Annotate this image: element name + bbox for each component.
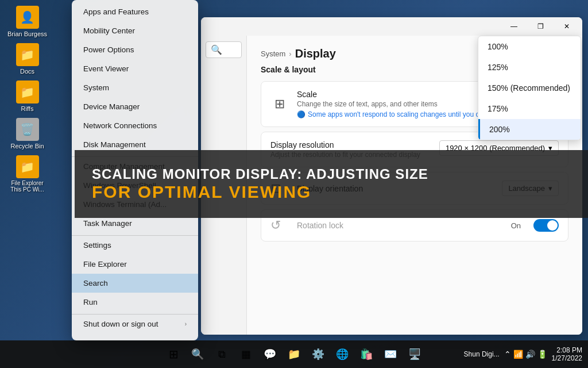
titlebar: — ❐ ✕ bbox=[201, 17, 582, 36]
search-icon: 🔍 bbox=[211, 44, 222, 55]
context-menu-item-run[interactable]: Run bbox=[72, 293, 198, 312]
info-icon: 🔵 bbox=[297, 110, 305, 118]
context-menu-item-settings[interactable]: Settings bbox=[72, 235, 198, 255]
taskbar-widgets[interactable]: ▦ bbox=[235, 344, 256, 365]
context-menu-item-fileexplorer[interactable]: File Explorer bbox=[72, 255, 198, 274]
resolution-title: Display resolution bbox=[270, 140, 420, 150]
scale-option-125[interactable]: 125% bbox=[478, 57, 581, 78]
taskbar-clock[interactable]: 2:08 PM 1/27/2022 bbox=[552, 346, 582, 362]
taskbar-teams[interactable]: 💬 bbox=[260, 344, 280, 365]
taskbar-store[interactable]: 🛍️ bbox=[356, 344, 377, 365]
taskbar-settings-icon[interactable]: ⚙️ bbox=[308, 344, 328, 365]
desktop-icon-riffs[interactable]: 📁 Riffs bbox=[6, 80, 49, 112]
desktop-icon-docs[interactable]: 📁 Docs bbox=[6, 43, 49, 75]
scale-icon: ⊞ bbox=[270, 97, 289, 112]
rotation-toggle[interactable] bbox=[533, 219, 559, 232]
context-menu-item-power[interactable]: Power Options bbox=[72, 40, 198, 59]
taskbar-task-view[interactable]: ⧉ bbox=[211, 344, 232, 365]
breadcrumb-current: Display bbox=[295, 47, 336, 60]
minimize-button[interactable]: — bbox=[501, 17, 527, 36]
desktop-icon-explorer[interactable]: 📁 File ExplorerThis PC Wi... bbox=[6, 155, 49, 193]
scale-option-200[interactable]: 200% bbox=[478, 119, 581, 140]
breadcrumb-parent[interactable]: System bbox=[261, 49, 285, 58]
rotation-label: Rotation lock bbox=[297, 221, 503, 230]
context-menu-item-device[interactable]: Device Manager bbox=[72, 97, 198, 116]
taskbar-brand: Shun Digi... bbox=[464, 350, 500, 358]
start-button[interactable]: ⊞ bbox=[163, 344, 184, 365]
wifi-icon[interactable]: 🔊 bbox=[525, 350, 535, 359]
scale-option-100[interactable]: 100% bbox=[478, 36, 581, 57]
settings-search-bar[interactable]: 🔍 bbox=[206, 41, 242, 58]
clock-date: 1/27/2022 bbox=[552, 354, 582, 362]
desktop-icons: 👤 Brian Burgess 📁 Docs 📁 Riffs 🗑️ Recycl… bbox=[6, 6, 49, 193]
taskbar-edge[interactable]: 🌐 bbox=[332, 344, 353, 365]
taskbar-explorer[interactable]: 📁 bbox=[284, 344, 304, 365]
context-menu-item-apps[interactable]: Apps and Features bbox=[72, 2, 198, 21]
clock-time: 2:08 PM bbox=[552, 346, 582, 354]
context-menu-item-search[interactable]: Search bbox=[72, 274, 198, 293]
chevron-up-icon[interactable]: ⌃ bbox=[504, 350, 511, 359]
context-menu-item-shutdown[interactable]: Shut down or sign out › bbox=[72, 314, 198, 334]
taskbar-center: ⊞ 🔍 ⧉ ▦ 💬 📁 ⚙️ 🌐 🛍️ ✉️ 🖥️ bbox=[163, 344, 425, 365]
context-menu-item-mobility[interactable]: Mobility Center bbox=[72, 21, 198, 40]
close-button[interactable]: ✕ bbox=[554, 17, 580, 36]
network-icon[interactable]: 📶 bbox=[513, 350, 523, 359]
taskbar-extra[interactable]: 🖥️ bbox=[404, 344, 425, 365]
battery-icon[interactable]: 🔋 bbox=[537, 350, 547, 359]
maximize-button[interactable]: ❐ bbox=[527, 17, 554, 36]
taskbar-search[interactable]: 🔍 bbox=[187, 344, 208, 365]
breadcrumb-separator: › bbox=[289, 49, 291, 58]
rotation-icon: ↺ bbox=[270, 218, 289, 233]
desktop-icon-recycle[interactable]: 🗑️ Recycle Bin bbox=[6, 118, 49, 150]
overlay-line2: FOR OPTIMAL VIEWING bbox=[92, 182, 571, 202]
system-tray: ⌃ 📶 🔊 🔋 bbox=[504, 350, 547, 359]
overlay-line1: SCALING MONITOR DISPLAY: ADJUSTING SIZE bbox=[92, 166, 571, 182]
scale-option-150[interactable]: 150% (Recommended) bbox=[478, 78, 581, 98]
context-menu-item-network[interactable]: Network Connections bbox=[72, 116, 198, 135]
overlay-banner: SCALING MONITOR DISPLAY: ADJUSTING SIZE … bbox=[75, 150, 588, 218]
scale-dropdown: 100% 125% 150% (Recommended) 175% 200% bbox=[478, 36, 581, 140]
taskbar: ⊞ 🔍 ⧉ ▦ 💬 📁 ⚙️ 🌐 🛍️ ✉️ 🖥️ Shun Digi... ⌃… bbox=[0, 340, 588, 368]
context-menu-item-system[interactable]: System bbox=[72, 78, 198, 97]
taskbar-mail[interactable]: ✉️ bbox=[380, 344, 401, 365]
context-menu-item-event[interactable]: Event Viewer bbox=[72, 59, 198, 78]
toggle-label: On bbox=[511, 221, 521, 230]
scale-option-175[interactable]: 175% bbox=[478, 98, 581, 119]
desktop-icon-user[interactable]: 👤 Brian Burgess bbox=[6, 6, 49, 37]
taskbar-right: Shun Digi... ⌃ 📶 🔊 🔋 2:08 PM 1/27/2022 bbox=[464, 346, 582, 362]
chevron-right-icon: › bbox=[185, 321, 187, 327]
